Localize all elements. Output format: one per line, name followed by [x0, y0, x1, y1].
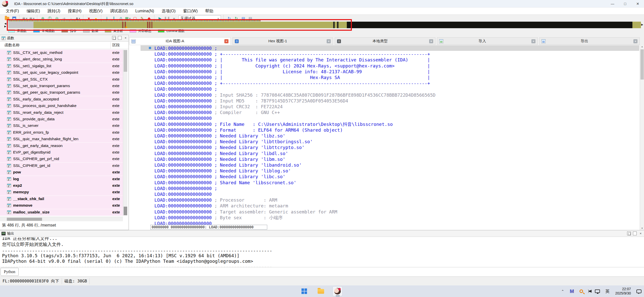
tab-Hex-视图-1[interactable]: 0Hex 视图-1✕ — [232, 37, 333, 45]
minimize-button[interactable]: — — [606, 0, 619, 8]
functions-hscroll-thumb[interactable] — [7, 218, 42, 221]
table-row[interactable]: SSL_quic_max_handshake_flight_lenexte — [0, 136, 123, 142]
maximize-button[interactable]: □ — [619, 0, 631, 8]
disassembly-line[interactable]: LOAD:0000000000000000 ; — [154, 186, 217, 191]
navband-right-edge-icon[interactable]: ▶ — [641, 23, 643, 26]
ida-view-a[interactable]: LOAD:0000000000000000 ;LOAD:000000000000… — [129, 45, 640, 230]
menu-item-5[interactable]: 调试器(U) — [106, 8, 131, 15]
table-row[interactable]: SSL_get_peer_quic_transport_paramsexte — [0, 89, 123, 96]
function-name[interactable]: SSL_get_SSL_CTX — [13, 77, 48, 82]
table-row[interactable]: memmoveexte — [0, 202, 123, 209]
python-mode-button[interactable]: Python — [1, 268, 19, 276]
menu-item-6[interactable]: Lumina(N) — [131, 8, 158, 15]
close-icon[interactable]: ✕ — [429, 39, 433, 43]
ida-taskbar-button[interactable] — [332, 286, 343, 296]
menu-item-7[interactable]: 选项(O) — [158, 8, 179, 15]
table-row[interactable]: SSL_CTX_set_quic_methodexte — [0, 50, 123, 56]
disassembly-vscroll-thumb[interactable] — [640, 49, 644, 80]
function-name[interactable]: SSL_provide_quic_data — [13, 117, 55, 121]
scroll-down-icon[interactable]: ▼ — [640, 227, 644, 230]
navigation-band[interactable] — [8, 22, 641, 28]
function-name[interactable]: SSL_set1_sigalgs_list — [13, 64, 51, 68]
disassembly-line[interactable]: LOAD:0000000000000000 ; Needed Library '… — [154, 168, 291, 174]
menu-item-2[interactable]: 跳转(J) — [44, 8, 64, 15]
function-name[interactable]: pow — [13, 170, 21, 174]
table-row[interactable]: EVP_get_digestbynidexte — [0, 149, 123, 156]
close-icon[interactable]: ✕ — [531, 39, 535, 43]
python-console-input[interactable] — [20, 268, 642, 276]
disassembly-vertical-scrollbar[interactable]: ▲ ▼ — [640, 45, 644, 230]
functions-panel-titlebar[interactable]: 函数 × — [0, 35, 128, 42]
tray-expand-icon[interactable]: ⌃ — [561, 289, 564, 293]
disassembly-line[interactable]: LOAD:0000000000000000 ; Input SHA256 : 7… — [154, 92, 435, 98]
disassembly-line[interactable]: LOAD:0000000000000000 ; Byte sex : 小端序 — [154, 215, 283, 220]
table-row[interactable]: SSL_set_quic_use_legacy_codepointexte — [0, 69, 123, 76]
functions-vertical-scrollbar[interactable] — [123, 50, 127, 216]
functions-vscroll-thumb[interactable] — [124, 50, 127, 72]
navband-left-icon[interactable]: ◀ — [4, 22, 6, 25]
disassembly-line[interactable]: LOAD:0000000000000000 ; File Name : C:\U… — [154, 122, 393, 127]
table-row[interactable]: memcpyexte — [0, 189, 123, 196]
function-name[interactable]: SSL_get_early_data_reason — [13, 143, 62, 148]
functions-close-icon[interactable]: × — [124, 36, 127, 40]
function-name[interactable]: EVP_get_digestbynid — [13, 150, 50, 155]
function-name[interactable]: SSL_quic_max_handshake_flight_len — [13, 137, 78, 141]
table-row[interactable]: powexte — [0, 169, 123, 176]
function-name[interactable]: SSL_set_quic_use_legacy_codepoint — [13, 70, 78, 75]
table-row[interactable]: SSL_CIPHER_get_prf_nidexte — [0, 156, 123, 162]
tray-m-app-icon[interactable]: M — [570, 288, 574, 294]
file-explorer-button[interactable] — [316, 286, 326, 296]
table-row[interactable]: SSL_CIPHER_get_idexte — [0, 163, 123, 169]
disassembly-line[interactable]: LOAD:0000000000000000 ; | Hex-Rays SA | — [154, 75, 430, 80]
function-name[interactable]: SSL_CIPHER_get_prf_nid — [13, 157, 59, 161]
function-name[interactable]: __stack_chk_fail — [13, 197, 44, 201]
disassembly-line[interactable]: LOAD:0000000000000000 ; — [154, 46, 217, 51]
column-section[interactable]: 区段 — [112, 43, 120, 48]
disassembly-line[interactable]: LOAD:0000000000000000 ; +---------------… — [154, 51, 430, 57]
close-icon[interactable]: ✕ — [224, 39, 228, 43]
function-name[interactable]: SSL_get_peer_quic_transport_params — [13, 90, 80, 95]
menu-item-9[interactable]: 帮助 — [201, 8, 217, 15]
table-row[interactable]: SSL_set1_sigalgs_listexte — [0, 63, 123, 69]
output-float-icon[interactable] — [627, 232, 631, 235]
functions-float-icon[interactable] — [112, 36, 116, 40]
table-row[interactable]: SSL_reset_early_data_rejectexte — [0, 109, 123, 116]
navband-overview-strip[interactable] — [8, 20, 261, 21]
disassembly-line[interactable]: LOAD:0000000000000000 ; Format : ELF64 f… — [154, 127, 343, 133]
ime-indicator[interactable]: 英 — [605, 288, 610, 294]
function-name[interactable]: SSL_CIPHER_get_id — [13, 163, 50, 168]
disassembly-line[interactable]: LOAD:0000000000000000 ; +---------------… — [154, 81, 430, 86]
disassembly-line[interactable]: LOAD:0000000000000000 — [154, 192, 212, 197]
table-row[interactable]: logexte — [0, 176, 123, 182]
function-name[interactable]: memcpy — [13, 190, 29, 194]
table-row[interactable]: __stack_chk_failexte — [0, 196, 123, 202]
disassembly-line[interactable]: LOAD:0000000000000000 ; Input CRC32 : FE… — [154, 104, 283, 109]
table-row[interactable]: SSL_alert_desc_string_longexte — [0, 56, 123, 63]
menu-item-3[interactable]: 搜索(H) — [64, 8, 85, 15]
table-row[interactable]: SSL_get_early_data_reasonexte — [0, 143, 123, 149]
navband-scroll-arrows[interactable]: ◀▶ — [3, 22, 7, 28]
disassembly-line[interactable]: LOAD:0000000000000000 ; Compiler : GNU C… — [154, 110, 280, 115]
function-name[interactable]: SSL_reset_early_data_reject — [13, 110, 63, 115]
tray-search-icon[interactable] — [580, 289, 583, 293]
disassembly-line[interactable]: LOAD:0000000000000000 ; | License info: … — [154, 69, 430, 75]
disassembly-line[interactable]: LOAD:0000000000000000 ; Needed Library '… — [154, 133, 285, 139]
table-row[interactable]: SSL_get_SSL_CTXexte — [0, 76, 123, 83]
disassembly-line[interactable]: LOAD:0000000000000000 ; Needed Library '… — [154, 145, 304, 150]
disassembly-line[interactable]: LOAD:0000000000000000 ; — [154, 86, 217, 92]
notification-icon[interactable] — [636, 289, 641, 293]
tab-导入[interactable]: 导入✕ — [437, 37, 538, 45]
function-name[interactable]: SSL_is_server — [13, 123, 39, 128]
scroll-up-icon[interactable]: ▲ — [640, 45, 644, 48]
disassembly-line[interactable]: LOAD:0000000000000000 ; Target assembler… — [154, 209, 337, 215]
function-name[interactable]: ERR_print_errors_fp — [13, 130, 49, 135]
table-row[interactable]: exp2exte — [0, 182, 123, 189]
column-separator[interactable] — [110, 42, 111, 49]
output-panel-titlebar[interactable]: 输出 × — [0, 230, 644, 237]
column-function-name[interactable]: 函数名称 — [5, 43, 20, 48]
start-button[interactable] — [299, 286, 309, 296]
tab-导出[interactable]: 导出✕ — [539, 37, 640, 45]
table-row[interactable]: ERR_print_errors_fpexte — [0, 129, 123, 136]
menu-item-0[interactable]: 文件(F) — [2, 8, 23, 15]
function-name[interactable]: SSL_set_quic_transport_params — [13, 84, 70, 88]
